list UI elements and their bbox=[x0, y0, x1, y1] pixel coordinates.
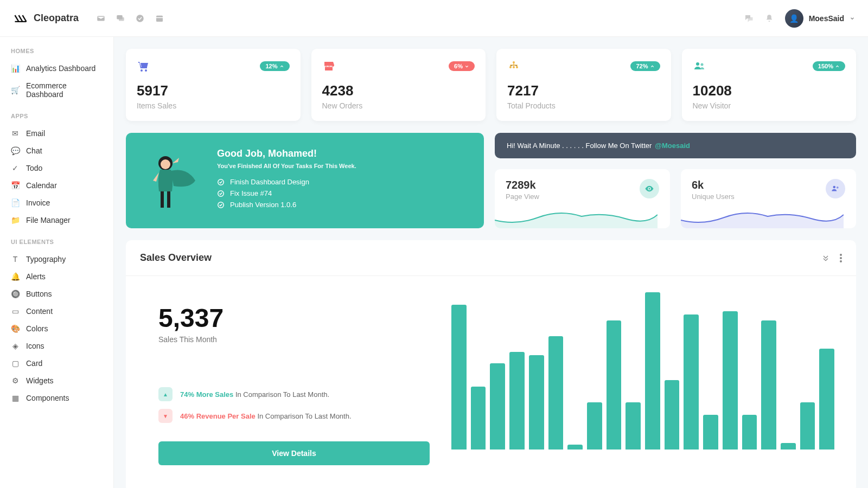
sidebar-item[interactable]: 🔔Alerts bbox=[0, 268, 113, 285]
svg-point-20 bbox=[833, 186, 836, 189]
header-quick-icons bbox=[96, 14, 164, 23]
svg-rect-14 bbox=[161, 191, 164, 208]
sidebar-item[interactable]: 💬Chat bbox=[0, 142, 113, 159]
user-menu[interactable]: 👤 MoesSaid bbox=[785, 9, 855, 28]
hero-body: Good Job, Mohamed! You've Finished All O… bbox=[217, 148, 356, 213]
svg-point-10 bbox=[696, 62, 699, 66]
sidebar-item[interactable]: ▦Components bbox=[0, 389, 113, 407]
svg-point-21 bbox=[837, 187, 839, 189]
sidebar-item-label: Colors bbox=[26, 324, 48, 333]
comp-rest: In Comparison To Last Month. bbox=[257, 412, 351, 420]
logo[interactable]: Cleopatra bbox=[13, 11, 79, 26]
comparison-row: ▲74% More Sales In Comparison To Last Mo… bbox=[158, 387, 430, 401]
chart-bar bbox=[645, 292, 660, 450]
chart-bar bbox=[781, 443, 796, 450]
sidebar-item-label: File Manager bbox=[26, 216, 71, 224]
svg-point-8 bbox=[513, 66, 515, 68]
users-icon bbox=[826, 179, 845, 198]
more-vertical-icon[interactable] bbox=[840, 254, 842, 262]
caret-down-icon: ▼ bbox=[158, 409, 173, 423]
calendar-icon[interactable] bbox=[155, 14, 164, 23]
check-circle-icon bbox=[217, 201, 225, 209]
task-label: Publish Version 1.0.6 bbox=[230, 201, 296, 209]
svg-point-7 bbox=[509, 66, 512, 68]
check-circle-icon bbox=[217, 190, 225, 197]
sidebar-item[interactable]: TTypography bbox=[0, 251, 113, 268]
sales-overview-card: Sales Overview 5,337 Sales This Month ▲7… bbox=[126, 240, 856, 488]
sidebar-item[interactable]: ✉Email bbox=[0, 125, 113, 142]
chart-bar bbox=[819, 349, 834, 450]
sidebar-item[interactable]: ▢Card bbox=[0, 355, 113, 372]
username: MoesSaid bbox=[809, 14, 844, 23]
stat-label: Items Sales bbox=[137, 101, 290, 110]
sidebar-item-icon: 🔔 bbox=[11, 272, 20, 281]
task-label: Fix Issue #74 bbox=[230, 189, 272, 197]
sidebar-item-icon: ✓ bbox=[11, 164, 20, 172]
right-column: Hi! Wait A Minute . . . . . . Follow Me … bbox=[495, 133, 856, 228]
sidebar-item-icon: 📄 bbox=[11, 198, 20, 207]
chart-bar bbox=[761, 320, 776, 450]
sidebar-item-label: Analytics Dashboard bbox=[26, 64, 95, 73]
sidebar-item[interactable]: ✓Todo bbox=[0, 159, 113, 177]
sidebar-item[interactable]: 🎨Colors bbox=[0, 320, 113, 337]
sidebar-item-icon: ◈ bbox=[11, 342, 20, 350]
mini-value: 6k bbox=[692, 179, 735, 191]
chat-icon[interactable] bbox=[116, 14, 125, 23]
sparkline bbox=[681, 207, 844, 228]
sidebar-group-title: HOMES bbox=[0, 48, 113, 60]
sidebar-item-icon: ⚙ bbox=[11, 376, 20, 385]
svg-point-19 bbox=[649, 188, 650, 190]
sidebar-item[interactable]: 🛒Ecommerce Dashboard bbox=[0, 77, 113, 103]
stat-label: New Visitor bbox=[693, 101, 846, 110]
sidebar-item[interactable]: 🔘Buttons bbox=[0, 285, 113, 303]
stat-card: 12% 5917Items Sales bbox=[126, 49, 301, 121]
comp-highlight: 46% Revenue Per Sale bbox=[180, 412, 256, 420]
sidebar-item[interactable]: 📄Invoice bbox=[0, 194, 113, 211]
chevron-double-down-icon[interactable] bbox=[821, 254, 830, 262]
sidebar-item-icon: ▦ bbox=[11, 394, 20, 402]
sidebar-item[interactable]: ⚙Widgets bbox=[0, 372, 113, 389]
sidebar-item[interactable]: ◈Icons bbox=[0, 337, 113, 355]
eye-icon bbox=[640, 179, 659, 198]
stat-value: 5917 bbox=[137, 82, 290, 99]
sidebar-item-label: Content bbox=[26, 307, 53, 316]
sidebar-item[interactable]: ▭Content bbox=[0, 303, 113, 320]
task-item: Finish Dashboard Design bbox=[217, 178, 356, 186]
sidebar-item[interactable]: 📊Analytics Dashboard bbox=[0, 60, 113, 77]
chart-bar bbox=[626, 402, 641, 450]
twitter-link[interactable]: @Moesaid bbox=[655, 142, 690, 150]
sidebar-item-icon: 🛒 bbox=[11, 86, 20, 94]
svg-rect-5 bbox=[325, 66, 333, 67]
sidebar-group-title: UI ELEMENTS bbox=[0, 239, 113, 251]
stat-card: 72% 7217Total Products bbox=[496, 49, 671, 121]
view-details-button[interactable]: View Details bbox=[158, 441, 430, 465]
mini-stat-card: 7289kPage View bbox=[495, 169, 670, 228]
sparkline bbox=[495, 207, 658, 228]
sidebar-item[interactable]: 📅Calendar bbox=[0, 177, 113, 194]
bell-icon[interactable] bbox=[764, 14, 774, 23]
check-icon[interactable] bbox=[135, 14, 145, 23]
hero-card: Good Job, Mohamed! You've Finished All O… bbox=[126, 133, 484, 228]
chart-bar bbox=[684, 314, 699, 450]
mid-row: Good Job, Mohamed! You've Finished All O… bbox=[126, 133, 856, 228]
chart-bar bbox=[587, 402, 602, 450]
sidebar-item-label: Todo bbox=[26, 164, 42, 172]
sidebar-item-icon: 📊 bbox=[11, 64, 20, 73]
svg-point-22 bbox=[840, 254, 842, 256]
sidebar-item-label: Invoice bbox=[26, 198, 50, 207]
svg-point-13 bbox=[161, 159, 170, 169]
sidebar-item-icon: 📁 bbox=[11, 216, 20, 224]
chart-bar bbox=[607, 320, 622, 450]
sidebar-item[interactable]: 📁File Manager bbox=[0, 211, 113, 229]
comp-highlight: 74% More Sales bbox=[180, 390, 233, 399]
svg-rect-15 bbox=[167, 191, 170, 208]
messages-icon[interactable] bbox=[744, 14, 754, 23]
mini-stat-card: 6kUnique Users bbox=[681, 169, 856, 228]
brand-name: Cleopatra bbox=[34, 12, 79, 24]
sidebar-item-icon: T bbox=[11, 255, 20, 264]
sidebar-item-label: Card bbox=[26, 359, 42, 368]
mini-label: Unique Users bbox=[692, 192, 735, 201]
stat-value: 10208 bbox=[693, 82, 846, 99]
sales-bar-chart bbox=[446, 292, 840, 455]
mail-icon[interactable] bbox=[96, 14, 106, 23]
